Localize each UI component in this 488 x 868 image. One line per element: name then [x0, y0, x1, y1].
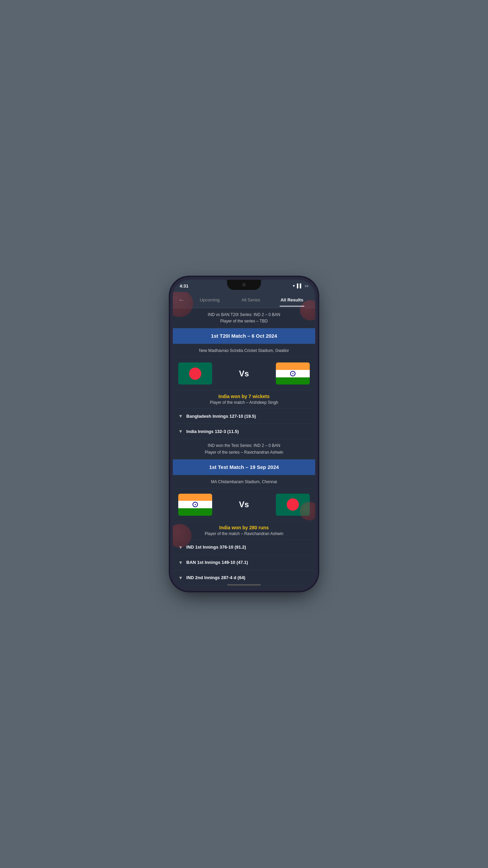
notch: [227, 280, 261, 290]
t20i-match-title: 1st T20I Match – 6 Oct 2024: [211, 333, 277, 339]
test-series-pos: Player of the series – Ravichandran Ashw…: [178, 449, 310, 456]
india-flag-green: [276, 377, 310, 385]
t20i-innings-2-text: India Innings 132-3 (11.5): [186, 429, 239, 434]
nav-tabs: ← Upcoming All Series All Results: [173, 292, 315, 308]
bangladesh-flag: [178, 362, 212, 384]
vs-text-1: Vs: [216, 369, 272, 378]
t20i-result: India won by 7 wickets Player of the mat…: [173, 390, 315, 409]
india-flag-orange: [276, 362, 310, 370]
india-flag-1: [276, 362, 310, 384]
india-flag-green-2: [178, 508, 212, 516]
test-result-text: India won by 280 runs: [178, 525, 310, 530]
test-innings-1-text: IND 1st Innings 376-10 (91.2): [186, 545, 246, 550]
t20i-result-text: India won by 7 wickets: [178, 394, 310, 399]
t20i-teams: Vs: [173, 357, 315, 390]
t20i-series-pos: Player of the series – TBD: [178, 318, 310, 324]
vs-text-2: Vs: [216, 500, 272, 509]
test-series-info: IND won the Test Series: IND 2 – 0 BAN P…: [173, 439, 315, 459]
wifi-icon: ▾: [293, 283, 295, 288]
india-flag-orange-2: [178, 494, 212, 501]
chevron-down-icon-1: ▼: [178, 413, 183, 419]
test-potm: Player of the match – Ravichandran Ashwi…: [178, 531, 310, 536]
ashoka-chakra-1: [290, 371, 296, 376]
tab-all-results[interactable]: All Results: [271, 293, 312, 307]
ashoka-chakra-2: [192, 502, 198, 507]
test-venue: MA Chidambaram Stadium, Chennai: [173, 475, 315, 488]
test-innings-2[interactable]: ▼ BAN 1st Innings 149-10 (47.1): [173, 555, 315, 570]
t20i-innings-2[interactable]: ▼ India Innings 132-3 (11.5): [173, 424, 315, 439]
t20i-series-text: IND vs BAN T20I Series: IND 2 – 0 BAN: [178, 312, 310, 318]
signal-icon: ▌▌: [297, 283, 303, 288]
t20i-venue: New Madhavrao Scindia Cricket Stadium, G…: [173, 344, 315, 357]
t20i-venue-text: New Madhavrao Scindia Cricket Stadium, G…: [199, 348, 289, 353]
chevron-down-icon-4: ▼: [178, 560, 183, 565]
test-venue-text: MA Chidambaram Stadium, Chennai: [211, 479, 277, 484]
t20i-innings-1[interactable]: ▼ Bangladesh Innings 127-10 (19.5): [173, 409, 315, 424]
phone-frame: 4:31 ▾ ▌▌ ▭ ← Upcoming All Series All Re…: [173, 280, 315, 588]
tab-upcoming[interactable]: Upcoming: [189, 293, 230, 307]
main-content: IND vs BAN T20I Series: IND 2 – 0 BAN Pl…: [173, 308, 315, 588]
chevron-down-icon-2: ▼: [178, 429, 183, 434]
india-flag-white: [276, 370, 310, 377]
bottom-nav-indicator: [227, 584, 261, 586]
bangladesh-flag-2: [276, 494, 310, 516]
t20i-innings-1-text: Bangladesh Innings 127-10 (19.5): [186, 414, 256, 419]
india-flag-white-2: [178, 501, 212, 508]
t20i-series-info: IND vs BAN T20I Series: IND 2 – 0 BAN Pl…: [173, 308, 315, 328]
chevron-down-icon-5: ▼: [178, 575, 183, 580]
test-series-text: IND won the Test Series: IND 2 – 0 BAN: [178, 442, 310, 449]
camera-dot: [242, 283, 246, 287]
status-bar: 4:31 ▾ ▌▌ ▭: [173, 280, 315, 292]
tab-all-series[interactable]: All Series: [230, 293, 271, 307]
t20i-match-header: 1st T20I Match – 6 Oct 2024: [173, 328, 315, 344]
bangladesh-circle-2: [287, 498, 299, 511]
test-match-header: 1st Test Match – 19 Sep 2024: [173, 459, 315, 475]
test-innings-4[interactable]: ▼ BAN 2nd Innings 234-10 (62.1): [173, 586, 315, 588]
test-teams: Vs: [173, 488, 315, 521]
back-button[interactable]: ←: [176, 293, 188, 307]
status-time: 4:31: [180, 283, 188, 289]
chevron-down-icon-3: ▼: [178, 545, 183, 550]
test-innings-2-text: BAN 1st Innings 149-10 (47.1): [186, 560, 248, 565]
bangladesh-circle: [189, 368, 201, 380]
battery-icon: ▭: [305, 283, 308, 288]
india-flag-2: [178, 494, 212, 516]
test-match-title: 1st Test Match – 19 Sep 2024: [209, 464, 279, 470]
status-icons: ▾ ▌▌ ▭: [293, 283, 308, 288]
test-result: India won by 280 runs Player of the matc…: [173, 521, 315, 540]
test-innings-1[interactable]: ▼ IND 1st Innings 376-10 (91.2): [173, 540, 315, 555]
t20i-potm: Player of the match – Arshdeep Singh: [178, 400, 310, 405]
test-innings-3[interactable]: ▼ IND 2nd Innings 287-4 d (64): [173, 570, 315, 586]
test-innings-3-text: IND 2nd Innings 287-4 d (64): [186, 575, 245, 580]
